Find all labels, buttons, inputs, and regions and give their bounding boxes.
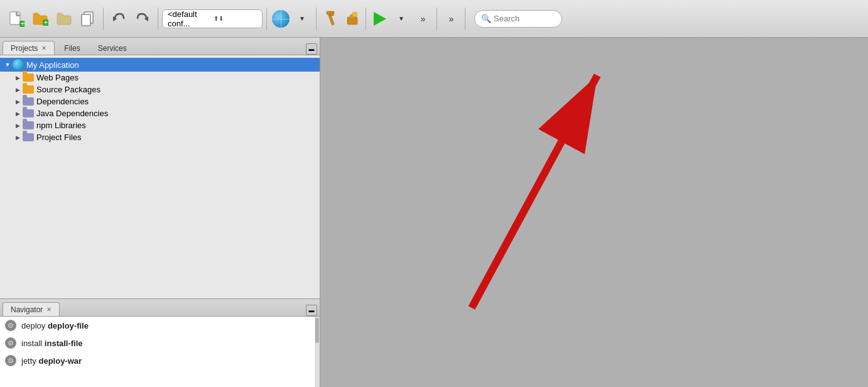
services-tab-label: Services	[98, 44, 127, 53]
content-area	[320, 38, 868, 387]
copy-btn[interactable]	[77, 8, 99, 30]
open-file-btn[interactable]	[53, 8, 75, 30]
tree-java-deps[interactable]: ▶ Java Dependencies	[0, 107, 320, 119]
project-files-label: Project Files	[36, 133, 82, 142]
red-arrow-annotation	[320, 38, 868, 387]
java-deps-label: Java Dependencies	[36, 109, 108, 118]
sep1	[103, 8, 104, 30]
source-packages-arrow[interactable]: ▶	[13, 87, 23, 93]
gear1-icon: ⚙	[8, 322, 14, 330]
files-tab-label: Files	[64, 44, 80, 53]
tree-root-item[interactable]: ▼ My Application	[0, 58, 320, 72]
deploy-text: deploy deploy-file	[21, 321, 89, 330]
tree-dependencies[interactable]: ▶ Dependencies	[0, 95, 320, 107]
jetty-gear-icon: ⚙	[5, 355, 16, 366]
tree-npm[interactable]: ▶ npm Libraries	[0, 119, 320, 131]
chevron-right-icon2: »	[449, 14, 453, 24]
web-pages-arrow[interactable]: ▶	[13, 75, 23, 81]
projects-tab-label: Projects	[11, 44, 38, 53]
clean-btn[interactable]	[342, 9, 362, 29]
project-tree[interactable]: ▼ My Application ▶ Web Pages ▶	[0, 55, 320, 298]
tree-web-pages[interactable]: ▶ Web Pages	[0, 72, 320, 84]
redo-btn[interactable]	[131, 8, 154, 30]
projects-tab-close[interactable]: ✕	[41, 45, 46, 52]
source-packages-label: Source Packages	[36, 85, 100, 94]
navigator-panel: Navigator ✕ ▬ ⚙ deploy deploy-file	[0, 299, 320, 387]
panel-minimize-btn[interactable]: ▬	[306, 43, 317, 55]
main-area: Projects ✕ Files Services ▬	[0, 38, 868, 387]
svg-rect-14	[327, 11, 334, 14]
search-icon: 🔍	[481, 14, 491, 23]
tree-source-packages[interactable]: ▶ Source Packages	[0, 84, 320, 95]
svg-text:+: +	[43, 18, 48, 26]
deploy-gear-icon: ⚙	[5, 320, 16, 331]
svg-rect-9	[82, 14, 90, 26]
folder-src-icon	[23, 85, 34, 94]
more-btn2[interactable]: »	[441, 9, 461, 29]
run-triangle	[374, 12, 386, 26]
more-btn[interactable]: »	[413, 9, 433, 29]
search-box[interactable]: 🔍	[474, 10, 562, 28]
gear3-icon: ⚙	[8, 357, 14, 365]
run-btn[interactable]	[370, 9, 390, 29]
build-btn[interactable]	[320, 9, 340, 29]
services-tab[interactable]: Services	[90, 41, 135, 55]
project-files-arrow[interactable]: ▶	[13, 134, 23, 141]
navigator-minimize-btn[interactable]: ▬	[306, 305, 317, 316]
install-nav-item[interactable]: ⚙ install install-file	[0, 334, 320, 352]
install-bold: install-file	[45, 339, 83, 348]
scrollbar-thumb[interactable]	[315, 318, 319, 343]
root-expand-arrow[interactable]: ▼	[3, 62, 13, 68]
tree-project-files[interactable]: ▶ Project Files	[0, 131, 320, 143]
npm-arrow[interactable]: ▶	[13, 123, 23, 129]
sep4	[316, 8, 317, 30]
run-arrow: ▼	[398, 15, 404, 22]
folder-java-icon	[23, 109, 34, 117]
sep3	[266, 8, 267, 30]
folder-npm-icon	[23, 121, 34, 129]
deploy-bold: deploy-file	[48, 321, 89, 330]
globe-arrow: ▼	[299, 15, 305, 22]
navigator-tab-close[interactable]: ✕	[46, 306, 52, 313]
files-tab[interactable]: Files	[56, 41, 88, 55]
install-text: install install-file	[21, 339, 83, 348]
java-deps-arrow[interactable]: ▶	[13, 111, 23, 117]
project-globe-icon	[13, 59, 24, 70]
sep7	[465, 8, 465, 30]
svg-line-19	[472, 75, 597, 308]
projects-panel: Projects ✕ Files Services ▬	[0, 38, 320, 299]
config-dropdown[interactable]: <default conf... ⬆⬇	[162, 9, 263, 28]
navigator-tab-bar: Navigator ✕ ▬	[0, 299, 320, 317]
svg-text:+: +	[20, 19, 24, 27]
web-pages-label: Web Pages	[36, 73, 79, 82]
root-label: My Application	[26, 60, 79, 70]
globe-dropdown[interactable]: ▼	[292, 9, 312, 29]
sep6	[437, 8, 437, 30]
navigator-tab-label: Navigator	[11, 305, 43, 314]
navigator-list: ⚙ deploy deploy-file ⚙ install install-f…	[0, 317, 320, 387]
folder-dep-icon	[23, 97, 34, 106]
new-folder-btn[interactable]: +	[29, 8, 52, 30]
dependencies-arrow[interactable]: ▶	[13, 99, 23, 105]
scrollbar-track[interactable]	[315, 317, 320, 387]
dependencies-label: Dependencies	[36, 97, 89, 106]
undo-btn[interactable]	[107, 8, 130, 30]
svg-rect-13	[328, 14, 334, 25]
new-document-btn[interactable]: +	[5, 8, 28, 30]
toolbar: + + <default conf..	[0, 0, 868, 38]
search-input[interactable]	[494, 14, 550, 23]
npm-label: npm Libraries	[36, 121, 86, 130]
config-arrows: ⬆⬇	[214, 15, 257, 22]
config-label: <default conf...	[168, 9, 211, 28]
projects-tab-bar: Projects ✕ Files Services ▬	[0, 38, 320, 55]
jetty-nav-item[interactable]: ⚙ jetty deploy-war	[0, 352, 320, 369]
chevron-right-icon: »	[421, 14, 425, 24]
browser-btn[interactable]	[271, 9, 291, 29]
run-dropdown[interactable]: ▼	[391, 9, 411, 29]
folder-pf-icon	[23, 133, 34, 141]
projects-tab[interactable]: Projects ✕	[3, 41, 55, 55]
jetty-bold: deploy-war	[38, 356, 82, 366]
install-gear-icon: ⚙	[5, 337, 16, 349]
deploy-nav-item[interactable]: ⚙ deploy deploy-file	[0, 317, 320, 334]
navigator-tab[interactable]: Navigator ✕	[3, 302, 60, 316]
